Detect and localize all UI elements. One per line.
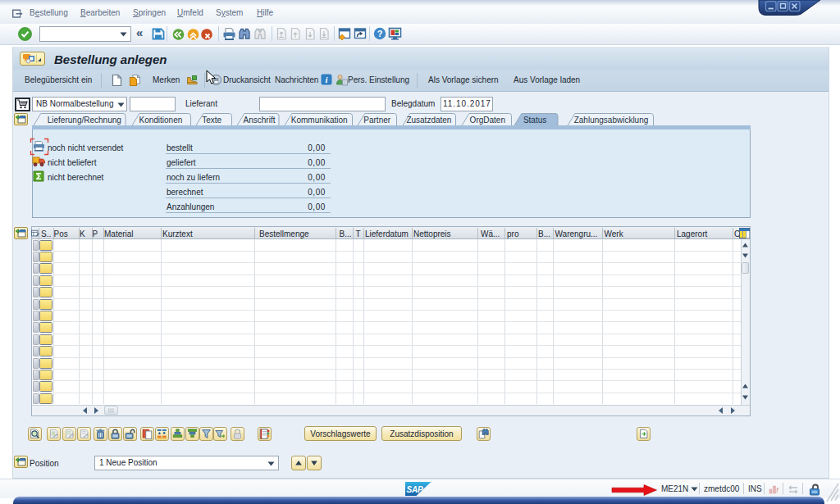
svg-text:SAP: SAP bbox=[407, 485, 423, 494]
svg-text:Zahlungsabwicklung: Zahlungsabwicklung bbox=[574, 116, 649, 125]
svg-text:Konditionen: Konditionen bbox=[139, 116, 182, 125]
svg-text:Lieferung/Rechnung: Lieferung/Rechnung bbox=[48, 116, 121, 125]
svg-text:Partner: Partner bbox=[363, 116, 390, 125]
svg-text:Kommunikation: Kommunikation bbox=[291, 116, 348, 125]
svg-text:Zusatzdaten: Zusatzdaten bbox=[406, 116, 451, 125]
svg-text:?: ? bbox=[377, 29, 383, 39]
svg-text:Texte: Texte bbox=[202, 116, 221, 125]
svg-text:Anschrift: Anschrift bbox=[243, 116, 275, 125]
svg-text:Status: Status bbox=[523, 116, 546, 125]
svg-text:OrgDaten: OrgDaten bbox=[470, 116, 505, 125]
